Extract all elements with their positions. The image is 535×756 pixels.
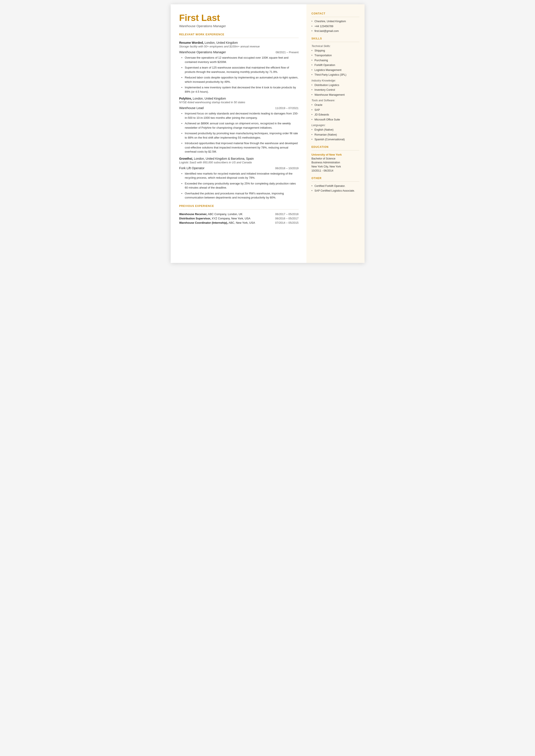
skill-shipping: Shipping — [312, 49, 359, 53]
job-2-company-header: Polyhire, London, United Kingdom — [179, 97, 299, 100]
industry-knowledge-label: Industry Knowledge: — [312, 79, 359, 82]
job-3-bullets: Identified new markets for recycled mate… — [179, 172, 299, 200]
prev-exp-2-dates: 06/2016 – 05/2017 — [275, 217, 298, 220]
divider-contact — [312, 17, 359, 17]
prev-exp-2-label: Distribution Supervisor, XYZ Company, Ne… — [179, 217, 251, 220]
prev-exp-1-company: ABC Company, London, UK — [208, 212, 242, 216]
job-2: Polyhire, London, United Kingdom NYSE-li… — [179, 97, 299, 154]
job-2-bullet-1: Improved focus on safety standards and d… — [182, 111, 299, 120]
skill-distribution: Distribution Logistics — [312, 83, 359, 87]
job-3-title: Fork Lift Operator — [179, 166, 205, 170]
prev-exp-3-company: ABC, New York, USA — [229, 221, 255, 224]
job-1-company-header: Resume Worded, London, United Kingdom — [179, 41, 299, 44]
education-section-title: EDUCATION — [312, 146, 359, 149]
other-list: Certified Forklift Operator. SAP Certifi… — [312, 184, 359, 193]
job-1-bullet-3: Reduced labor costs despite opposition b… — [182, 75, 299, 84]
skill-forklift: Forklift Operation — [312, 63, 359, 67]
languages-label: Languages: — [312, 124, 359, 127]
edu-field: Business Administration — [312, 160, 359, 165]
prev-exp-3-role: Warehouse Coordinator (Internship), — [179, 221, 228, 224]
contact-section-title: CONTACT — [312, 12, 359, 15]
edu-degree: Bachelor of Science — [312, 157, 359, 161]
job-2-bullet-2: Achieved an $890K annual cost savings on… — [182, 121, 299, 130]
prev-exp-2-company: XYZ Company, New York, USA — [211, 217, 250, 220]
job-1-bullets: Oversaw the operations of 12 warehouses … — [179, 56, 299, 94]
job-1-bullet-4: Implemented a new inventory system that … — [182, 85, 299, 94]
skill-transportation: Transportation — [312, 54, 359, 58]
skill-purchasing: Purchasing — [312, 59, 359, 63]
prev-exp-1-dates: 06/2017 – 05/2018 — [275, 212, 298, 216]
lang-spanish: Spanish (Conversational) — [312, 138, 359, 142]
job-2-company-name: Polyhire, — [179, 97, 192, 100]
job-3-desc: Logistic SaaS with 950,000 subscribers i… — [179, 161, 299, 164]
contact-address: Cheshire, United Kingdom — [312, 20, 359, 23]
job-3-row: Fork Lift Operator 06/2018 – 10/2019 — [179, 166, 299, 170]
edu-school: University of New York — [312, 153, 359, 156]
job-2-bullets: Improved focus on safety standards and d… — [179, 111, 299, 154]
job-2-title: Warehouse Lead — [179, 106, 204, 110]
previous-experience-section-title: PREVIOUS EXPERIENCE — [179, 205, 299, 208]
lang-english: English (Native) — [312, 128, 359, 132]
lang-romanian: Romanian (Native) — [312, 133, 359, 137]
job-2-desc: NYSE-listed warehousing startup located … — [179, 101, 299, 104]
job-3-location: London, United Kingdom & Barcelona, Spai… — [194, 157, 254, 160]
skill-3pl: Third-Party Logistics (3PL) — [312, 73, 359, 77]
left-column: First Last Warehouse Operations Manager … — [171, 4, 306, 263]
job-2-bullet-3: Increased productivity by promoting lean… — [182, 131, 299, 140]
job-3-company-name: Growthsi, — [179, 157, 193, 160]
job-1-company-name: Resume Worded, — [179, 41, 204, 44]
job-1-bullet-2: Supervised a team of 125 warehouse assoc… — [182, 66, 299, 74]
job-1-title: Warehouse Operations Manager — [179, 50, 226, 54]
job-title-header: Warehouse Operations Manager — [179, 24, 299, 28]
job-3-company-header: Growthsi, London, United Kingdom & Barce… — [179, 157, 299, 160]
other-section-title: OTHER — [312, 177, 359, 180]
full-name: First Last — [179, 13, 299, 23]
divider-previous — [179, 209, 299, 210]
edu-location: New York City, New York — [312, 165, 359, 169]
job-1-row: Warehouse Operations Manager 08/2021 – P… — [179, 50, 299, 54]
tool-jd-edwards: JD Edwards — [312, 113, 359, 117]
divider-other — [312, 182, 359, 182]
industry-knowledge-list: Distribution Logistics Inventory Control… — [312, 83, 359, 97]
resume-container: First Last Warehouse Operations Manager … — [171, 4, 365, 263]
right-column: CONTACT Cheshire, United Kingdom +44 123… — [306, 4, 365, 263]
job-1-desc: Storage facility with 50+ employees and … — [179, 45, 299, 48]
contact-email: first.last@gmail.com — [312, 29, 359, 33]
tools-list: Oracle SAP JD Edwards Microsoft Office S… — [312, 103, 359, 122]
technical-skills-list: Shipping Transportation Purchasing Forkl… — [312, 49, 359, 77]
edu-dates: 10/2011 - 06/2014 — [312, 169, 359, 173]
skill-inventory: Inventory Control — [312, 88, 359, 92]
skill-logistics-mgmt: Logistics Management — [312, 68, 359, 72]
divider-skills — [312, 42, 359, 42]
prev-exp-row-3: Warehouse Coordinator (Internship), ABC,… — [179, 221, 299, 224]
tool-oracle: Oracle — [312, 103, 359, 107]
prev-exp-1-label: Warehouse Receiver, ABC Company, London,… — [179, 212, 242, 216]
job-2-bullet-4: Introduced opportunities that improved m… — [182, 141, 299, 154]
tool-ms-office: Microsoft Office Suite — [312, 118, 359, 122]
job-1-bullet-1: Oversaw the operations of 12 warehouses … — [182, 56, 299, 64]
tool-sap: SAP — [312, 108, 359, 112]
job-3-dates: 06/2018 – 10/2019 — [275, 167, 298, 170]
name-section: First Last Warehouse Operations Manager — [179, 13, 299, 28]
technical-skills-label: Technical Skills: — [312, 44, 359, 48]
divider-relevant — [179, 38, 299, 38]
prev-exp-3-label: Warehouse Coordinator (Internship), ABC,… — [179, 221, 255, 224]
contact-list: Cheshire, United Kingdom +44 123456789 f… — [312, 20, 359, 33]
prev-exp-2-role: Distribution Supervisor, — [179, 217, 211, 220]
job-1-location: London, United Kingdom — [205, 41, 238, 44]
previous-exp-list: Warehouse Receiver, ABC Company, London,… — [179, 212, 299, 224]
job-1: Resume Worded, London, United Kingdom St… — [179, 41, 299, 94]
job-1-dates: 08/2021 – Present — [276, 51, 298, 54]
job-2-location: London, United Kingdom — [193, 97, 226, 100]
languages-list: English (Native) Romanian (Native) Spani… — [312, 128, 359, 142]
prev-exp-1-role: Warehouse Receiver, — [179, 212, 207, 216]
other-item-1: Certified Forklift Operator. — [312, 184, 359, 188]
divider-education — [312, 150, 359, 151]
prev-exp-row-2: Distribution Supervisor, XYZ Company, Ne… — [179, 217, 299, 220]
education-entry-1: University of New York Bachelor of Scien… — [312, 153, 359, 173]
prev-exp-3-dates: 07/2014 – 05/2015 — [275, 221, 298, 224]
relevant-work-section-title: RELEVANT WORK EXPERIENCE — [179, 33, 299, 36]
job-3: Growthsi, London, United Kingdom & Barce… — [179, 157, 299, 200]
skills-section-title: SKILLS — [312, 37, 359, 40]
tools-label: Tools and Software: — [312, 99, 359, 102]
